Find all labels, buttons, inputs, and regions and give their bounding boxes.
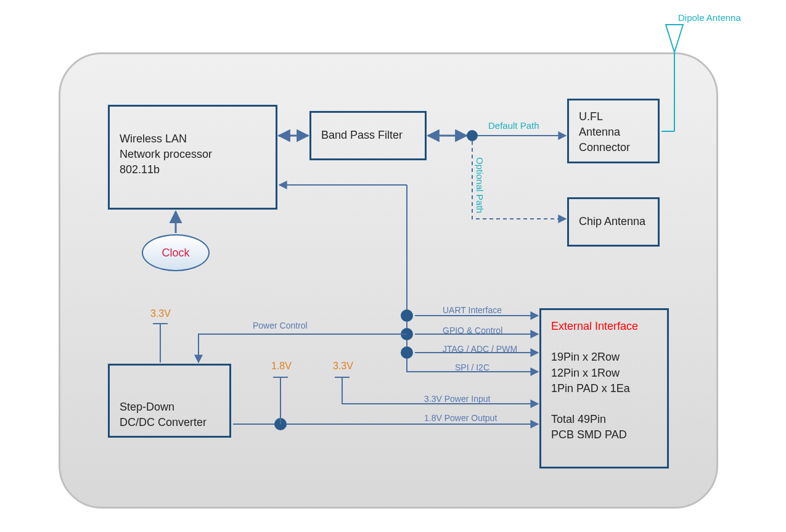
default-path-label: Default Path (488, 120, 539, 131)
external-interface-title: External Interface (551, 320, 638, 332)
power-control-label: Power Control (253, 321, 308, 330)
v18-power-output-label: 1.8V Power Output (424, 413, 497, 423)
gpio-control-label: GPIO & Control (443, 325, 502, 335)
chip-antenna-block: Chip Antenna (567, 197, 660, 247)
uart-interface-label: UART Interface (443, 305, 502, 315)
external-interface-block: External Interface 19Pin x 2Row 12Pin x … (539, 308, 669, 469)
dcdc-converter-label: Step-Down DC/DC Converter (120, 401, 207, 428)
wlan-processor-block: Wireless LAN Network processor 802.11b (108, 105, 277, 210)
band-pass-filter-label: Band Pass Filter (321, 128, 403, 143)
dipole-antenna-label: Dipole Antenna (678, 12, 741, 23)
ufl-connector-block: U.FL Antenna Connector (567, 99, 660, 163)
clock-label: Clock (162, 247, 189, 260)
ufl-connector-label: U.FL Antenna Connector (579, 110, 630, 153)
spi-i2c-label: SPI / I2C (455, 362, 489, 372)
jtag-adc-pwm-label: JTAG / ADC / PWM (443, 344, 517, 354)
svg-marker-0 (666, 25, 683, 52)
v33-right-label: 3.3V (333, 361, 353, 372)
chip-antenna-label: Chip Antenna (579, 214, 645, 229)
dcdc-converter-block: Step-Down DC/DC Converter (108, 364, 231, 438)
v33-power-input-label: 3.3V Power Input (424, 394, 490, 404)
clock-block: Clock (142, 234, 210, 271)
external-interface-body: 19Pin x 2Row 12Pin x 1Row 1Pin PAD x 1Ea… (551, 351, 630, 441)
optional-path-label: Optional Path (475, 157, 485, 213)
v33-left-label: 3.3V (150, 308, 171, 319)
band-pass-filter-block: Band Pass Filter (309, 111, 427, 160)
v18-label: 1.8V (271, 361, 292, 372)
wlan-processor-label: Wireless LAN Network processor 802.11b (120, 133, 212, 176)
